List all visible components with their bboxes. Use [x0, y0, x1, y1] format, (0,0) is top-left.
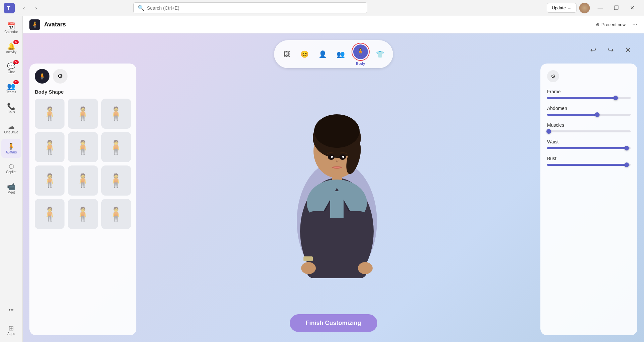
avatars-icon: 🧍 [7, 143, 15, 150]
sidebar-item-label: Activity [6, 50, 17, 54]
right-panel-header: ⚙ [547, 70, 631, 82]
body-shape-item[interactable]: 🧍 [68, 199, 98, 229]
body-button[interactable]: 🧍 [353, 44, 368, 59]
nav-buttons: ‹ › [19, 3, 41, 13]
body-shape-item[interactable]: 🧍 [101, 99, 131, 129]
toolbar-hair[interactable]: 👤 [315, 47, 330, 62]
toolbar-outfit[interactable]: 👕 [373, 47, 388, 62]
waist-thumb[interactable] [624, 146, 629, 150]
body-shape-item[interactable]: 🧍 [101, 132, 131, 162]
app-header-left: 🧍 Avatars [29, 19, 66, 30]
body-shape-item[interactable]: 🧍 [101, 199, 131, 229]
sidebar-item-chat[interactable]: 💬 5 Chat [1, 59, 21, 78]
sidebar-item-label: Avatars [6, 150, 17, 154]
body-shape-item[interactable]: 🧍 [35, 199, 65, 229]
toolbar-face[interactable]: 😊 [297, 47, 312, 62]
activity-badge: 6 [13, 40, 19, 44]
sidebar-item-label: Chat [8, 70, 15, 74]
header-more-button[interactable]: ··· [632, 21, 637, 28]
waist-track [547, 147, 631, 149]
outfit-button[interactable]: 👕 [373, 47, 388, 62]
frame-thumb[interactable] [613, 96, 618, 100]
svg-point-10 [331, 156, 333, 158]
adjust-icon[interactable]: ⚙ [547, 70, 559, 82]
body-shape-item[interactable]: 🧍 [101, 165, 131, 196]
user-avatar[interactable] [579, 3, 590, 13]
calendar-icon: 📅 [7, 23, 15, 29]
body-shape-item[interactable]: 🧍 [35, 132, 65, 162]
search-bar[interactable]: 🔍 [133, 2, 367, 13]
present-label: Present now [602, 22, 626, 27]
more-icon: ••• [9, 308, 14, 312]
minimize-button[interactable]: — [593, 3, 608, 13]
sidebar-item-calls[interactable]: 📞 Calls [1, 99, 21, 118]
svg-rect-18 [303, 256, 313, 261]
forward-button[interactable]: › [31, 3, 41, 13]
features-button[interactable]: 👥 [334, 47, 348, 62]
muscles-label: Muscles [547, 122, 631, 128]
left-panel: 🧍 ⚙ Body Shape 🧍 🧍 🧍 🧍 🧍 🧍 🧍 🧍 🧍 🧍 🧍 [29, 64, 136, 335]
close-button[interactable]: ✕ [625, 3, 640, 13]
editor-controls: ↩ ↪ ✕ [587, 44, 634, 56]
sidebar-item-label: Calls [7, 110, 15, 114]
frame-label: Frame [547, 89, 631, 94]
body-shape-item[interactable]: 🧍 [35, 99, 65, 129]
template-button[interactable]: 🖼 [279, 47, 294, 62]
abdomen-track [547, 114, 631, 116]
svg-text:T: T [7, 5, 10, 12]
toolbar-features[interactable]: 👥 [334, 47, 348, 62]
muscles-slider-section: Muscles [547, 122, 631, 132]
editor-close-button[interactable]: ✕ [622, 44, 634, 56]
sidebar-item-meet[interactable]: 📹 Meet [1, 179, 21, 198]
maximize-button[interactable]: ❐ [609, 3, 624, 13]
shape-tab[interactable]: 🧍 [35, 69, 49, 84]
avatar-area [140, 60, 534, 315]
waist-label: Waist [547, 139, 631, 144]
sidebar-item-onedrive[interactable]: ☁ OneDrive [1, 119, 21, 138]
sidebar-item-copilot[interactable]: ⬡ Copilot [1, 159, 21, 178]
bust-track [547, 164, 631, 166]
update-button[interactable]: Update ··· [547, 3, 576, 13]
undo-button[interactable]: ↩ [587, 44, 599, 56]
adjust-tab[interactable]: ⚙ [53, 69, 68, 84]
abdomen-label: Abdomen [547, 106, 631, 111]
body-shape-item[interactable]: 🧍 [68, 165, 98, 196]
body-shape-item[interactable]: 🧍 [68, 99, 98, 129]
body-shape-item[interactable]: 🧍 [35, 165, 65, 196]
sidebar-item-more[interactable]: ••• [1, 301, 21, 319]
toolbar-template[interactable]: 🖼 [279, 47, 294, 62]
present-now-button[interactable]: ⊕ Present now [593, 21, 628, 28]
sidebar-item-calendar[interactable]: 📅 Calendar [1, 19, 21, 37]
present-icon: ⊕ [596, 22, 600, 27]
svg-rect-15 [330, 191, 344, 218]
sidebar-item-avatars[interactable]: 🧍 Avatars [1, 139, 21, 158]
svg-point-17 [358, 262, 373, 274]
onedrive-icon: ☁ [8, 123, 15, 130]
bust-thumb[interactable] [624, 162, 629, 167]
waist-slider-section: Waist [547, 139, 631, 149]
body-shape-title: Body Shape [35, 89, 131, 95]
finish-customizing-button[interactable]: Finish Customizing [290, 314, 377, 332]
redo-button[interactable]: ↪ [605, 44, 617, 56]
sidebar-item-teams[interactable]: 👥 2 Teams [1, 79, 21, 98]
sidebar-item-activity[interactable]: 🔔 6 Activity [1, 39, 21, 58]
title-bar: T ‹ › 🔍 Update ··· — ❐ ✕ [0, 0, 644, 16]
editor-main: 🖼 😊 👤 👥 🧍 Body 👕 [23, 33, 644, 342]
sidebar-item-label: Calendar [4, 30, 18, 34]
frame-fill [547, 97, 616, 99]
search-input[interactable] [147, 5, 363, 11]
back-button[interactable]: ‹ [19, 3, 29, 13]
hair-button[interactable]: 👤 [315, 47, 330, 62]
app-header-right: ⊕ Present now ··· [593, 21, 637, 28]
search-icon: 🔍 [138, 5, 144, 11]
face-button[interactable]: 😊 [297, 47, 312, 62]
abdomen-slider-section: Abdomen [547, 106, 631, 116]
sidebar-item-label: Meet [7, 191, 15, 194]
muscles-thumb[interactable] [546, 129, 551, 134]
sidebar-item-apps[interactable]: ⊞ Apps [1, 321, 21, 339]
frame-track [547, 97, 631, 99]
sidebar-item-label: Copilot [6, 170, 16, 174]
panel-tabs: 🧍 ⚙ [35, 69, 131, 84]
abdomen-thumb[interactable] [595, 112, 600, 117]
body-shape-item[interactable]: 🧍 [68, 132, 98, 162]
